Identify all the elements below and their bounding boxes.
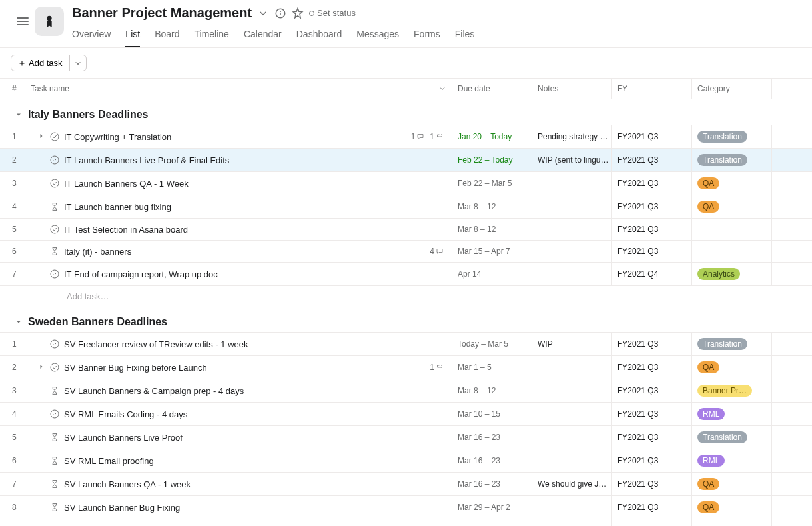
due-date[interactable]: Mar 1 – 5	[452, 356, 532, 379]
tab-dashboard[interactable]: Dashboard	[296, 25, 342, 47]
category-cell[interactable]: QA	[692, 195, 772, 218]
hourglass-icon[interactable]	[49, 246, 60, 257]
fy-cell[interactable]: FY2021 Q4	[612, 263, 692, 285]
category-pill[interactable]: QA	[697, 361, 719, 373]
hourglass-icon[interactable]	[49, 502, 60, 513]
task-title[interactable]: IT Test Selection in Asana board	[64, 225, 446, 235]
tab-forms[interactable]: Forms	[414, 25, 440, 47]
fy-cell[interactable]: FY2021 Q3	[612, 356, 692, 379]
due-date[interactable]: Today – Mar 5	[452, 333, 532, 355]
tab-messages[interactable]: Messages	[356, 25, 399, 47]
info-icon[interactable]	[274, 7, 286, 19]
due-date[interactable]: Mar 10 – 15	[452, 403, 532, 425]
category-cell[interactable]: QA	[692, 172, 772, 195]
category-cell[interactable]: Banner Pr…	[692, 379, 772, 402]
subtask-count[interactable]: 1	[430, 363, 444, 372]
column-task-name[interactable]: Task name	[29, 79, 452, 99]
category-pill[interactable]: Analytics	[697, 268, 740, 280]
notes-cell[interactable]	[532, 449, 612, 472]
due-date[interactable]: Apr 14	[452, 263, 532, 285]
task-row[interactable]: 2SV Banner Bug Fixing before Launch1 Mar…	[0, 356, 812, 379]
task-title[interactable]: IT Launch banner bug fixing	[64, 202, 446, 212]
hourglass-icon[interactable]	[49, 432, 60, 443]
task-title[interactable]: SV Launch Banners Live Proof	[64, 433, 446, 443]
section-collapse-icon[interactable]	[15, 111, 23, 119]
category-pill[interactable]: QA	[697, 201, 719, 213]
hourglass-icon[interactable]	[49, 385, 60, 396]
due-date[interactable]: Feb 22 – Mar 5	[452, 172, 532, 195]
category-cell[interactable]: QA	[692, 473, 772, 495]
project-icon[interactable]	[35, 7, 64, 36]
category-pill[interactable]: Translation	[697, 131, 747, 143]
category-cell[interactable]: QA	[692, 496, 772, 519]
column-notes[interactable]: Notes	[532, 79, 612, 99]
section-title[interactable]: Sweden Banners Deadlines	[28, 316, 167, 328]
hourglass-icon[interactable]	[49, 479, 60, 489]
chevron-down-icon[interactable]	[257, 7, 269, 19]
add-task-row[interactable]: Add task…	[0, 286, 812, 307]
category-pill[interactable]: Banner Pr…	[697, 385, 752, 397]
category-pill[interactable]: Translation	[697, 154, 747, 166]
category-cell[interactable]: Translation	[692, 125, 772, 148]
section-collapse-icon[interactable]	[15, 318, 23, 326]
task-row[interactable]: 5IT Test Selection in Asana boardMar 8 –…	[0, 219, 812, 241]
project-title[interactable]: Banner Project Management	[72, 5, 252, 21]
task-row[interactable]: 3IT Launch Banners QA - 1 WeekFeb 22 – M…	[0, 172, 812, 195]
tab-list[interactable]: List	[125, 25, 140, 47]
category-cell[interactable]: RML	[692, 403, 772, 425]
add-task-button[interactable]: Add task	[11, 55, 70, 71]
fy-cell[interactable]: FY2021 Q4	[612, 519, 692, 526]
check-circle-icon[interactable]	[49, 178, 60, 189]
due-date[interactable]: Mar 16 – 23	[452, 426, 532, 449]
task-title[interactable]: IT Launch Banners QA - 1 Week	[64, 179, 446, 189]
hourglass-icon[interactable]	[49, 455, 60, 466]
notes-cell[interactable]	[532, 172, 612, 195]
tab-files[interactable]: Files	[455, 25, 475, 47]
notes-cell[interactable]	[532, 356, 612, 379]
task-row[interactable]: 3SV Launch Banners & Campaign prep - 4 d…	[0, 379, 812, 403]
expand-arrow-icon[interactable]	[37, 132, 45, 142]
notes-cell[interactable]	[532, 519, 612, 526]
check-circle-icon[interactable]	[49, 339, 60, 349]
category-cell[interactable]: Translation	[692, 426, 772, 449]
task-title[interactable]: SV Launch Banner Bug Fixing	[64, 503, 446, 513]
check-circle-icon[interactable]	[49, 269, 60, 279]
column-category[interactable]: Category	[692, 79, 772, 99]
hourglass-icon[interactable]	[49, 201, 60, 212]
notes-cell[interactable]	[532, 426, 612, 449]
due-date[interactable]: Mar 8 – 12	[452, 379, 532, 402]
check-circle-icon[interactable]	[49, 409, 60, 419]
fy-cell[interactable]: FY2021 Q3	[612, 333, 692, 355]
due-date[interactable]: Mar 16 – 23	[452, 449, 532, 472]
category-pill[interactable]: RML	[697, 455, 725, 467]
category-cell[interactable]: Translation	[692, 333, 772, 355]
tab-calendar[interactable]: Calendar	[244, 25, 282, 47]
task-row[interactable]: 4SV RML Emails Coding - 4 daysMar 10 – 1…	[0, 403, 812, 426]
tab-overview[interactable]: Overview	[72, 25, 111, 47]
subtask-count[interactable]: 1	[430, 132, 444, 141]
task-row[interactable]: 2IT Launch Banners Live Proof & Final Ed…	[0, 149, 812, 172]
fy-cell[interactable]: FY2021 Q3	[612, 403, 692, 425]
comment-count[interactable]: 1	[411, 132, 425, 141]
notes-cell[interactable]	[532, 195, 612, 218]
task-title[interactable]: IT Launch Banners Live Proof & Final Edi…	[64, 155, 446, 165]
category-cell[interactable]: Analytics	[692, 263, 772, 285]
notes-cell[interactable]: Pending strategy …	[532, 125, 612, 148]
task-title[interactable]: IT Copywriting + Translation	[64, 132, 407, 142]
task-row[interactable]: 7SV Launch Banners QA - 1 weekMar 16 – 2…	[0, 473, 812, 496]
menu-button[interactable]	[11, 9, 35, 33]
due-date[interactable]: Mar 16 – 23	[452, 473, 532, 495]
notes-cell[interactable]	[532, 219, 612, 240]
category-pill[interactable]: Translation	[697, 338, 747, 350]
notes-cell[interactable]	[532, 496, 612, 519]
fy-cell[interactable]: FY2021 Q3	[612, 496, 692, 519]
check-circle-icon[interactable]	[49, 131, 60, 142]
category-pill[interactable]: QA	[697, 501, 719, 513]
task-row[interactable]: 1IT Copywriting + Translation1 1 Jan 20 …	[0, 125, 812, 149]
category-pill[interactable]: QA	[697, 478, 719, 490]
task-title[interactable]: SV Banner Bug Fixing before Launch	[64, 363, 426, 373]
fy-cell[interactable]: FY2021 Q3	[612, 149, 692, 171]
category-pill[interactable]: QA	[697, 177, 719, 189]
category-cell[interactable]: QA	[692, 356, 772, 379]
column-due-date[interactable]: Due date	[452, 79, 532, 99]
